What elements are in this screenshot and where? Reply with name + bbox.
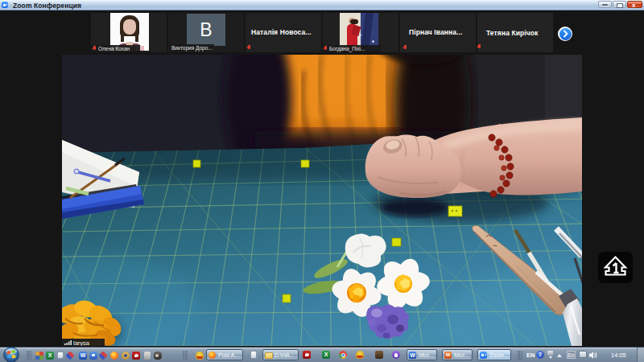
svg-text:larysa: larysa xyxy=(73,339,90,346)
